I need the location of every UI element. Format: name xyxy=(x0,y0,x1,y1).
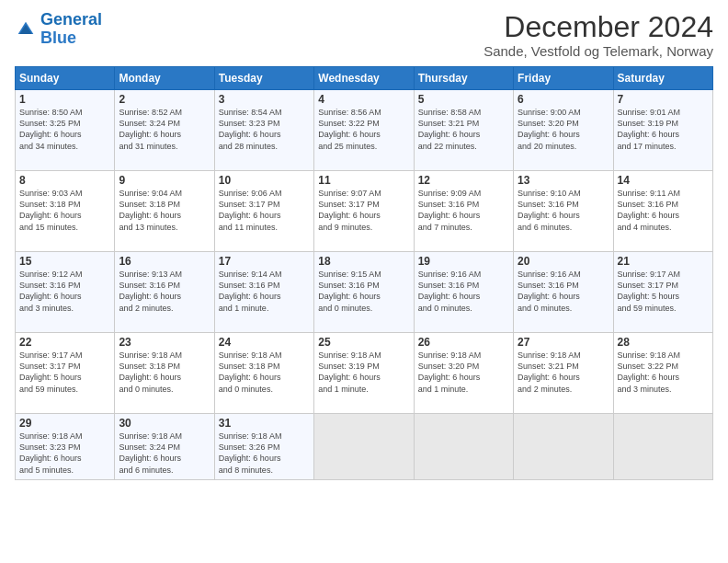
day-number: 9 xyxy=(119,174,210,187)
cell-info: Sunrise: 9:17 AMSunset: 3:17 PMDaylight:… xyxy=(19,350,110,395)
calendar-cell xyxy=(613,414,712,480)
subtitle: Sande, Vestfold og Telemark, Norway xyxy=(483,43,713,59)
calendar-cell: 22Sunrise: 9:17 AMSunset: 3:17 PMDayligh… xyxy=(16,333,115,414)
calendar-cell: 5Sunrise: 8:58 AMSunset: 3:21 PMDaylight… xyxy=(414,90,513,171)
cell-info: Sunrise: 9:00 AMSunset: 3:20 PMDaylight:… xyxy=(518,107,609,152)
day-number: 31 xyxy=(219,417,310,430)
day-number: 10 xyxy=(219,174,310,187)
day-number: 5 xyxy=(418,93,509,106)
cell-info: Sunrise: 9:15 AMSunset: 3:16 PMDaylight:… xyxy=(318,269,409,314)
cell-info: Sunrise: 9:16 AMSunset: 3:16 PMDaylight:… xyxy=(418,269,509,314)
calendar-cell: 2Sunrise: 8:52 AMSunset: 3:24 PMDaylight… xyxy=(115,90,214,171)
cell-info: Sunrise: 8:58 AMSunset: 3:21 PMDaylight:… xyxy=(418,107,509,152)
calendar-cell: 12Sunrise: 9:09 AMSunset: 3:16 PMDayligh… xyxy=(414,171,513,252)
calendar-cell: 17Sunrise: 9:14 AMSunset: 3:16 PMDayligh… xyxy=(214,252,313,333)
calendar-cell xyxy=(314,414,414,480)
calendar-cell: 16Sunrise: 9:13 AMSunset: 3:16 PMDayligh… xyxy=(115,252,214,333)
column-header-friday: Friday xyxy=(514,67,613,90)
cell-info: Sunrise: 9:11 AMSunset: 3:16 PMDaylight:… xyxy=(618,188,709,233)
day-number: 27 xyxy=(518,336,609,349)
cell-info: Sunrise: 9:06 AMSunset: 3:17 PMDaylight:… xyxy=(219,188,310,233)
column-header-saturday: Saturday xyxy=(613,67,712,90)
calendar-cell: 9Sunrise: 9:04 AMSunset: 3:18 PMDaylight… xyxy=(115,171,214,252)
calendar-cell: 20Sunrise: 9:16 AMSunset: 3:16 PMDayligh… xyxy=(514,252,613,333)
day-number: 23 xyxy=(119,336,210,349)
day-number: 26 xyxy=(418,336,509,349)
cell-info: Sunrise: 9:04 AMSunset: 3:18 PMDaylight:… xyxy=(119,188,210,233)
day-number: 14 xyxy=(618,174,709,187)
calendar-cell: 13Sunrise: 9:10 AMSunset: 3:16 PMDayligh… xyxy=(514,171,613,252)
calendar-cell: 31Sunrise: 9:18 AMSunset: 3:26 PMDayligh… xyxy=(214,414,313,480)
calendar-cell: 1Sunrise: 8:50 AMSunset: 3:25 PMDaylight… xyxy=(16,90,115,171)
column-header-sunday: Sunday xyxy=(16,67,115,90)
logo-line2: Blue xyxy=(40,29,76,47)
cell-info: Sunrise: 9:14 AMSunset: 3:16 PMDaylight:… xyxy=(219,269,310,314)
day-number: 3 xyxy=(219,93,310,106)
cell-info: Sunrise: 9:12 AMSunset: 3:16 PMDaylight:… xyxy=(19,269,110,314)
cell-info: Sunrise: 8:52 AMSunset: 3:24 PMDaylight:… xyxy=(119,107,210,152)
calendar-cell: 21Sunrise: 9:17 AMSunset: 3:17 PMDayligh… xyxy=(613,252,712,333)
day-number: 18 xyxy=(318,255,409,268)
day-number: 21 xyxy=(618,255,709,268)
day-number: 17 xyxy=(219,255,310,268)
cell-info: Sunrise: 9:18 AMSunset: 3:21 PMDaylight:… xyxy=(518,350,609,395)
cell-info: Sunrise: 9:18 AMSunset: 3:26 PMDaylight:… xyxy=(219,431,310,476)
cell-info: Sunrise: 9:07 AMSunset: 3:17 PMDaylight:… xyxy=(318,188,409,233)
day-number: 6 xyxy=(518,93,609,106)
calendar-cell: 7Sunrise: 9:01 AMSunset: 3:19 PMDaylight… xyxy=(613,90,712,171)
day-number: 13 xyxy=(518,174,609,187)
calendar-cell: 14Sunrise: 9:11 AMSunset: 3:16 PMDayligh… xyxy=(613,171,712,252)
calendar-cell: 26Sunrise: 9:18 AMSunset: 3:20 PMDayligh… xyxy=(414,333,513,414)
calendar-cell: 19Sunrise: 9:16 AMSunset: 3:16 PMDayligh… xyxy=(414,252,513,333)
day-number: 11 xyxy=(318,174,409,187)
day-number: 28 xyxy=(618,336,709,349)
cell-info: Sunrise: 9:18 AMSunset: 3:22 PMDaylight:… xyxy=(618,350,709,395)
day-number: 25 xyxy=(318,336,409,349)
calendar-cell xyxy=(514,414,613,480)
cell-info: Sunrise: 9:18 AMSunset: 3:18 PMDaylight:… xyxy=(119,350,210,395)
column-header-monday: Monday xyxy=(115,67,214,90)
calendar-cell: 11Sunrise: 9:07 AMSunset: 3:17 PMDayligh… xyxy=(314,171,414,252)
main-title: December 2024 xyxy=(483,11,713,43)
cell-info: Sunrise: 9:10 AMSunset: 3:16 PMDaylight:… xyxy=(518,188,609,233)
cell-info: Sunrise: 9:13 AMSunset: 3:16 PMDaylight:… xyxy=(119,269,210,314)
day-number: 30 xyxy=(119,417,210,430)
calendar-cell: 6Sunrise: 9:00 AMSunset: 3:20 PMDaylight… xyxy=(514,90,613,171)
calendar-cell: 8Sunrise: 9:03 AMSunset: 3:18 PMDaylight… xyxy=(16,171,115,252)
cell-info: Sunrise: 8:50 AMSunset: 3:25 PMDaylight:… xyxy=(19,107,110,152)
day-number: 20 xyxy=(518,255,609,268)
day-number: 22 xyxy=(19,336,110,349)
column-header-thursday: Thursday xyxy=(414,67,513,90)
calendar-cell: 27Sunrise: 9:18 AMSunset: 3:21 PMDayligh… xyxy=(514,333,613,414)
calendar-cell: 23Sunrise: 9:18 AMSunset: 3:18 PMDayligh… xyxy=(115,333,214,414)
cell-info: Sunrise: 9:18 AMSunset: 3:19 PMDaylight:… xyxy=(318,350,409,395)
cell-info: Sunrise: 9:18 AMSunset: 3:23 PMDaylight:… xyxy=(19,431,110,476)
day-number: 7 xyxy=(618,93,709,106)
cell-info: Sunrise: 9:18 AMSunset: 3:18 PMDaylight:… xyxy=(219,350,310,395)
day-number: 12 xyxy=(418,174,509,187)
cell-info: Sunrise: 9:18 AMSunset: 3:24 PMDaylight:… xyxy=(119,431,210,476)
calendar-table: SundayMondayTuesdayWednesdayThursdayFrid… xyxy=(15,66,713,480)
page-container: General Blue December 2024 Sande, Vestfo… xyxy=(0,0,728,563)
column-header-wednesday: Wednesday xyxy=(314,67,414,90)
day-number: 8 xyxy=(19,174,110,187)
calendar-cell: 15Sunrise: 9:12 AMSunset: 3:16 PMDayligh… xyxy=(16,252,115,333)
calendar-cell: 4Sunrise: 8:56 AMSunset: 3:22 PMDaylight… xyxy=(314,90,414,171)
logo-line1: General xyxy=(40,10,102,29)
cell-info: Sunrise: 9:09 AMSunset: 3:16 PMDaylight:… xyxy=(418,188,509,233)
day-number: 1 xyxy=(19,93,110,106)
cell-info: Sunrise: 9:17 AMSunset: 3:17 PMDaylight:… xyxy=(618,269,709,314)
title-block: December 2024 Sande, Vestfold og Telemar… xyxy=(483,11,713,59)
day-number: 29 xyxy=(19,417,110,430)
calendar-cell: 18Sunrise: 9:15 AMSunset: 3:16 PMDayligh… xyxy=(314,252,414,333)
calendar-cell: 10Sunrise: 9:06 AMSunset: 3:17 PMDayligh… xyxy=(214,171,313,252)
calendar-header-row: SundayMondayTuesdayWednesdayThursdayFrid… xyxy=(16,67,713,90)
column-header-tuesday: Tuesday xyxy=(214,67,313,90)
logo-icon xyxy=(17,20,35,39)
cell-info: Sunrise: 8:54 AMSunset: 3:23 PMDaylight:… xyxy=(219,107,310,152)
calendar-cell: 24Sunrise: 9:18 AMSunset: 3:18 PMDayligh… xyxy=(214,333,313,414)
calendar-cell: 30Sunrise: 9:18 AMSunset: 3:24 PMDayligh… xyxy=(115,414,214,480)
calendar-cell xyxy=(414,414,513,480)
logo: General Blue xyxy=(15,11,102,48)
day-number: 15 xyxy=(19,255,110,268)
